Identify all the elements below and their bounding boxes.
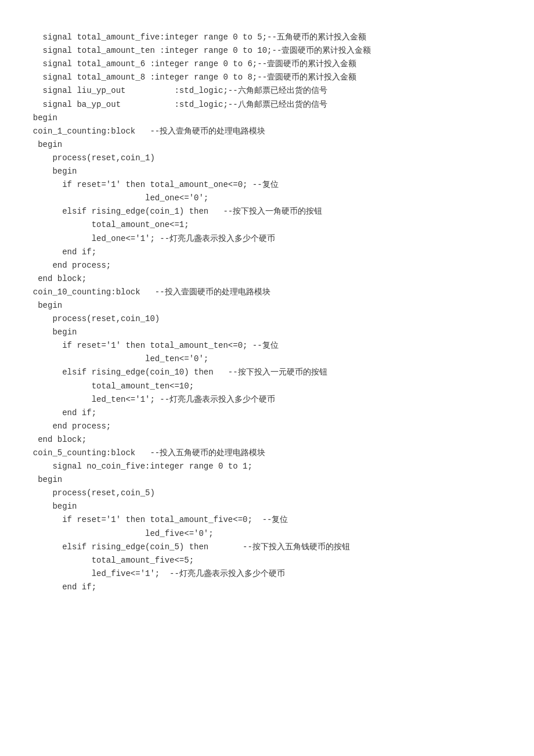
code-content: signal total_amount_five:integer range 0… [23,17,511,594]
